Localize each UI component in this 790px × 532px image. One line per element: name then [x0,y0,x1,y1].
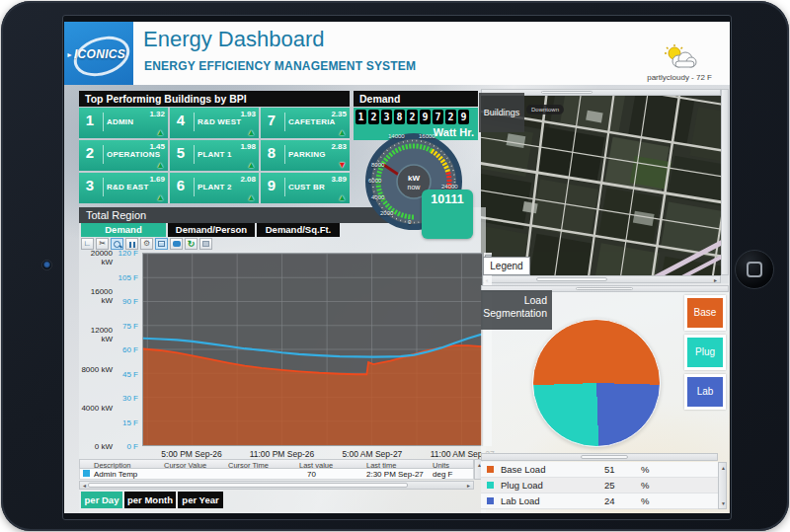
lab-swatch [487,497,494,504]
comment-icon[interactable] [170,238,183,250]
load-segmentation-panel: Load Segmentation Base Plug Lab Base Loa… [481,285,729,513]
home-button-icon [747,262,762,277]
map-legend-button[interactable]: Legend [483,257,530,275]
tab-demand-person[interactable]: Demand/Person [168,223,255,237]
gear-icon[interactable] [140,238,153,250]
page-subtitle: ENERGY EFFICIENCY MANAGEMENT SYSTEM [144,59,416,73]
trend-up-icon [156,128,165,137]
load-table: Base Load 51 % Plug Load 25 % Lab Load 2… [481,462,718,509]
load-row-lab[interactable]: Lab Load 24 % [481,494,718,509]
per-day-button[interactable]: per Day [81,492,122,508]
legend-item-base[interactable]: Base [684,295,726,331]
y-axis-f-tick: 45 F [117,370,138,379]
gauge-scale-label: 14000 [388,133,405,139]
per-month-button[interactable]: per Month [124,492,176,508]
trend-data-table: Description Cursor Value Cursor Time Las… [79,459,474,480]
x-axis-tick: 11:00 PM Sep-26 [237,449,326,459]
building-tile-cafeteria[interactable]: 7CAFETERIA2.35 [261,108,350,138]
screen: ► ICONICS Energy Dashboard ENERGY EFFICI… [62,15,732,520]
gauge-scale-label: 6000 [368,178,381,184]
weather-widget: partlycloudy - 72 F [597,43,716,83]
load-table-vertical-scrollbar[interactable] [718,462,727,509]
building-tile-plant-2[interactable]: 6PLANT 22.08 [170,173,259,203]
chart-horizontal-scrollbar[interactable]: ◄ ► [79,481,474,490]
table-row[interactable]: Admin Temp 70 2:30 PM Sep-27 deg F [79,469,474,480]
y-axis-f-tick: 60 F [117,345,138,354]
legend-item-lab[interactable]: Lab [684,374,726,410]
y-axis-f-tick: 0 F [117,442,138,451]
map-vertical-scrollbar[interactable] [721,89,729,275]
legend-item-plug[interactable]: Plug [684,335,726,370]
load-pie-chart[interactable] [532,319,661,447]
y-axis-kw-tick: 20000 kW [79,249,113,266]
app-header: ► ICONICS Energy Dashboard ENERGY EFFICI… [64,22,730,85]
front-camera [41,260,52,270]
building-tile-operations[interactable]: 2OPERATIONS1.45 [79,140,168,171]
series-swatch [83,470,90,477]
buildings-panel: Top Performing Buildings by BPI 1ADMIN1.… [79,91,350,203]
load-row-plug[interactable]: Plug Load 25 % [481,478,718,494]
gauge-scale-label: 4000 [371,194,384,200]
plug-swatch [487,482,494,489]
building-tile-rd-east[interactable]: 3R&D EAST1.69 [79,173,168,203]
sun-cloud-icon [659,43,698,71]
gauge-scale-label: 0 [408,219,411,225]
map-horizontal-scrollbar[interactable]: ◄ ► [481,275,721,283]
buildings-panel-title: Top Performing Buildings by BPI [79,91,350,107]
total-region-title: Total Region [79,207,391,223]
x-axis-tick: 5:00 PM Sep-26 [147,449,236,459]
page-title: Energy Dashboard [143,27,324,52]
y-axis-f-tick: 105 F [117,273,138,282]
trend-up-icon [247,161,256,170]
refresh-icon[interactable] [185,238,198,250]
load-row-base[interactable]: Base Load 51 % [481,462,718,478]
y-axis-f-tick: 90 F [117,297,138,306]
y-axis-kw-tick: 8000 kW [79,365,113,374]
y-axis-kw-tick: 12000 kW [79,326,113,343]
per-year-button[interactable]: per Year [178,492,223,508]
weather-label: partlycloudy - 72 F [647,73,712,82]
table-header-row: Description Cursor Value Cursor Time Las… [79,459,474,469]
calendar-icon[interactable] [155,238,168,250]
total-region-panel: Total Region Demand Demand/Person Demand… [79,207,486,513]
gauge-scale-label: 2000 [380,210,393,216]
trend-up-icon [156,193,165,202]
trend-up-icon [338,128,347,137]
tab-demand[interactable]: Demand [81,223,166,237]
trend-up-icon [338,193,347,202]
trend-chart[interactable] [142,253,483,446]
building-tile-rd-west[interactable]: 4R&D WEST1.93 [170,108,259,138]
iconics-logo: ► ICONICS [64,22,133,85]
svg-text:kW: kW [408,174,420,183]
scroll-right-icon[interactable]: ► [466,483,471,490]
building-tile-parking[interactable]: 8PARKING2.83 [261,140,350,171]
trend-up-icon [247,193,256,202]
gauge-value: 10111 [422,192,473,206]
building-tile-cust-br[interactable]: 9CUST BR3.89 [261,173,350,203]
buildings-layer-label[interactable]: Buildings [479,93,524,132]
y-axis-f-tick: 120 F [117,249,138,258]
watt-hour-counter: 123829729 [356,110,469,124]
gauge-value-badge: 10111 [422,190,473,239]
y-axis-kw-tick: 0 kW [79,442,113,451]
trend-up-icon [156,161,165,170]
x-axis-tick: 5:00 AM Sep-27 [328,449,417,459]
map-pin-label[interactable]: Downtown [526,105,564,114]
scroll-left-icon[interactable]: ◄ [82,483,87,490]
gauge-scale-label: 8000 [371,162,384,168]
load-table-scrollbar[interactable] [481,453,718,461]
save-icon[interactable] [199,238,212,250]
load-segmentation-title: Load Segmentation [481,290,552,330]
building-tile-admin[interactable]: 1ADMIN1.32 [79,108,168,138]
svg-text:now: now [408,184,422,190]
y-axis-f-tick: 15 F [117,418,138,427]
home-button[interactable] [735,250,774,289]
map-panel: Buildings Downtown Legend ◄ ► [481,89,729,283]
tab-demand-sqft[interactable]: Demand/Sq.Ft. [257,223,340,237]
y-axis-kw-tick: 4000 kW [79,404,113,413]
logo-text: ICONICS [68,47,131,61]
scroll-right-icon[interactable]: ► [713,277,718,284]
trend-up-icon [247,128,256,137]
y-axis-f-tick: 75 F [117,322,138,331]
building-tile-plant-1[interactable]: 5PLANT 11.98 [170,140,259,171]
